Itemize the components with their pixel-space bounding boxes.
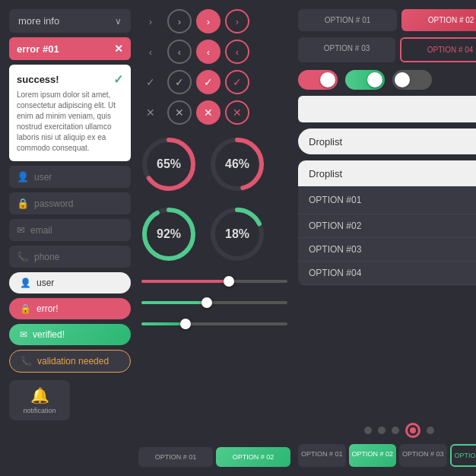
droplist-item-3[interactable]: OPTION #03: [298, 238, 476, 262]
right-tab-3[interactable]: OPTION # 03: [399, 444, 447, 467]
arrow-right-outline-red[interactable]: ›: [225, 9, 249, 33]
toggle-row: [298, 70, 476, 90]
check-outline[interactable]: ✓: [167, 70, 192, 94]
radio-row: [298, 423, 476, 438]
check-icon: ✓: [113, 72, 123, 87]
x-flat[interactable]: ✕: [138, 100, 163, 125]
radio-dot-5[interactable]: [427, 427, 434, 434]
option-01-btn[interactable]: OPTION # 01: [298, 9, 397, 31]
droplist-item-label-3: OPTION #03: [309, 244, 361, 255]
toggle-thumb-off: [395, 72, 410, 87]
x-outline-red[interactable]: ✕: [225, 100, 249, 125]
slider-thumb-3[interactable]: [180, 319, 191, 329]
user-input-dark[interactable]: 👤 user: [9, 166, 131, 188]
droplist-open-header[interactable]: Droplist ∧: [298, 160, 476, 186]
toggle-red[interactable]: [298, 70, 338, 90]
droplist-closed[interactable]: Droplist ∨: [298, 129, 476, 154]
droplist-item-1[interactable]: OPTION #01: [298, 186, 476, 214]
option-row-1: OPTION # 01 OPTION # 02: [298, 9, 476, 31]
notification-button[interactable]: 🔔 notification: [9, 380, 70, 420]
toggle-thumb-red: [320, 72, 335, 87]
slider-fill-1: [141, 280, 229, 283]
arrow-left-outline-red[interactable]: ‹: [225, 40, 249, 64]
radio-dot-inner: [410, 427, 416, 433]
slider-thumb-2[interactable]: [202, 297, 212, 308]
option-02-btn[interactable]: OPTION # 02: [401, 9, 476, 31]
slider-track-1: [141, 280, 287, 283]
progress-row-1: 65% 46%: [138, 134, 290, 195]
droplist-item-label-1: OPTION #01: [309, 195, 361, 205]
arrow-left-outline[interactable]: ‹: [167, 40, 192, 64]
slider-track-3: [141, 322, 287, 325]
progress-circle-92: 92%: [138, 204, 199, 265]
right-tab-2[interactable]: OPTION # 02: [349, 444, 397, 467]
password-input-dark[interactable]: 🔒 password: [9, 192, 131, 214]
user-icon-light: 👤: [20, 278, 31, 288]
x-row: ✕ ✕ ✕ ✕: [138, 100, 290, 125]
option-row-2: OPTION # 03 OPTION # 04: [298, 37, 476, 62]
right-tab-1[interactable]: OPTION # 01: [298, 444, 346, 467]
check-filled[interactable]: ✓: [196, 70, 221, 94]
user-input-light[interactable]: 👤 user: [9, 272, 131, 294]
phone-input-dark[interactable]: 📞 phone: [9, 246, 131, 268]
radio-dot-2[interactable]: [378, 427, 386, 434]
toggle-green[interactable]: [345, 70, 385, 90]
bell-icon: 🔔: [30, 386, 49, 405]
slider-thumb-1[interactable]: [224, 276, 234, 287]
radio-dot-3[interactable]: [392, 427, 399, 434]
email-input-dark[interactable]: ✉ email: [9, 219, 131, 241]
droplist-item-label-4: OPTION #04: [309, 268, 361, 278]
mid-tab-1[interactable]: OPTION # 01: [138, 447, 213, 467]
search-bar[interactable]: 🔍: [298, 96, 476, 122]
arrow-left-flat[interactable]: ‹: [138, 40, 163, 64]
droplist-label: Droplist: [309, 136, 342, 148]
droplist-item-2[interactable]: OPTION #02: [298, 214, 476, 238]
success-input[interactable]: ✉ verified!: [9, 324, 131, 345]
droplist-menu: OPTION #01 OPTION #02 OPTION #03 OPTION …: [298, 186, 476, 285]
phone-placeholder: phone: [34, 252, 59, 262]
dropdown-button[interactable]: more info ∨: [9, 9, 131, 33]
slider-track-2: [141, 301, 287, 304]
progress-label-92: 92%: [157, 227, 181, 241]
droplist-open-container: Droplist ∧ OPTION #01 OPTION #02 OPTION …: [298, 160, 476, 285]
notification-label: notification: [23, 407, 56, 414]
success-text: Lorem ipsum dolor sit amet, consectetur …: [17, 90, 123, 154]
arrow-right-outline[interactable]: ›: [167, 9, 192, 33]
lock-icon-error: 🔒: [20, 303, 31, 314]
progress-label-46: 46%: [225, 157, 249, 171]
droplist-item-4[interactable]: OPTION #04: [298, 262, 476, 285]
right-tab-4[interactable]: OPTION # 04: [450, 444, 476, 467]
option-04-btn[interactable]: OPTION # 04: [400, 37, 476, 62]
x-filled[interactable]: ✕: [196, 100, 221, 125]
arrow-left-filled[interactable]: ‹: [196, 40, 221, 64]
progress-row-2: 92% 18%: [138, 204, 290, 265]
phone-icon-warning: 📞: [21, 356, 32, 367]
close-icon[interactable]: ✕: [114, 43, 123, 55]
progress-circle-18: 18%: [207, 204, 268, 265]
check-flat[interactable]: ✓: [138, 70, 163, 94]
error-input-label: error!: [36, 303, 59, 314]
toggle-off[interactable]: [392, 70, 432, 90]
arrow-right-flat[interactable]: ›: [138, 9, 163, 33]
left-arrow-row: ‹ ‹ ‹ ‹: [138, 40, 290, 64]
slider-fill-3: [141, 322, 186, 325]
mid-tab-2[interactable]: OPTION # 02: [216, 447, 290, 467]
error-input[interactable]: 🔒 error!: [9, 298, 131, 319]
arrow-right-filled[interactable]: ›: [196, 9, 221, 33]
phone-icon: 📞: [17, 251, 29, 262]
toggle-thumb-green: [367, 72, 382, 87]
progress-circle-46: 46%: [207, 134, 268, 195]
dropdown-label: more info: [18, 15, 59, 27]
radio-dot-1[interactable]: [364, 427, 372, 434]
error-label: error #01: [17, 43, 59, 55]
check-outline-red[interactable]: ✓: [225, 70, 249, 94]
right-arrow-row: › › › ›: [138, 9, 290, 33]
x-outline[interactable]: ✕: [167, 100, 192, 125]
chevron-down-icon: ∨: [115, 16, 122, 27]
option-03-btn[interactable]: OPTION # 03: [298, 37, 395, 62]
email-placeholder: email: [30, 225, 52, 236]
success-input-label: verified!: [33, 329, 65, 340]
search-input[interactable]: [307, 103, 470, 115]
warning-input[interactable]: 📞 validation needed: [9, 350, 131, 373]
radio-dot-active[interactable]: [405, 423, 420, 438]
